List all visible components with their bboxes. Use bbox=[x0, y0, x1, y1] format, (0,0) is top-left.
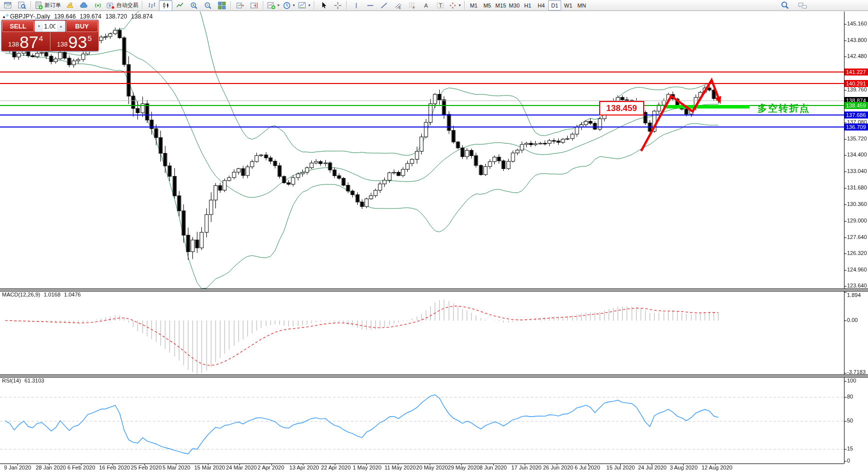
volume-increase-button[interactable]: ▲ bbox=[57, 21, 65, 32]
price-chart-canvas[interactable] bbox=[0, 0, 868, 472]
auto-scroll-button[interactable] bbox=[233, 0, 247, 11]
rsi-axis-label: 50 bbox=[847, 418, 853, 424]
signal-icon bbox=[94, 2, 102, 10]
svg-text:E: E bbox=[399, 6, 401, 10]
date-axis-label: 8 Jun 2020 bbox=[480, 464, 507, 470]
timeframe-button-D1[interactable]: D1 bbox=[548, 0, 561, 10]
date-axis-label: 22 Apr 2020 bbox=[321, 464, 351, 470]
timeframe-button-M5[interactable]: M5 bbox=[481, 0, 494, 10]
new-chart-button[interactable] bbox=[1, 0, 14, 11]
vertical-line-tool-button[interactable] bbox=[349, 0, 363, 11]
date-axis-label: 26 Jun 2020 bbox=[543, 464, 574, 470]
ohlc-open: 139.646 bbox=[54, 13, 75, 20]
pane-separator-rsi[interactable] bbox=[0, 374, 868, 378]
periods-button[interactable]: ▾ bbox=[281, 0, 296, 11]
timeframe-toolbar: M1M5M15M30H1H4D1W1MN bbox=[467, 0, 588, 10]
svg-text:A: A bbox=[424, 2, 428, 8]
data-window-button[interactable] bbox=[15, 0, 28, 11]
timeframe-button-W1[interactable]: W1 bbox=[562, 0, 575, 10]
community-button[interactable] bbox=[77, 0, 90, 11]
search-button[interactable] bbox=[778, 0, 792, 11]
chart-shift-button[interactable] bbox=[247, 0, 261, 11]
price-badge-141227: 141.227 bbox=[845, 68, 868, 76]
price-badge-140291: 140.291 bbox=[845, 80, 868, 87]
date-axis-label: 16 Feb 2020 bbox=[99, 464, 130, 470]
tile-windows-icon bbox=[218, 2, 226, 10]
chart-window-icon bbox=[4, 2, 11, 9]
toolbar-right-group bbox=[778, 0, 809, 11]
horizontal-line-tool-button[interactable] bbox=[363, 0, 377, 11]
arrows-icon bbox=[449, 2, 457, 10]
tile-windows-button[interactable] bbox=[215, 0, 228, 11]
rsi-axis-label: 80 bbox=[847, 394, 853, 400]
ohlc-high: 139.674 bbox=[80, 13, 101, 20]
fibonacci-tool-button[interactable]: F bbox=[405, 0, 419, 11]
zoom-out-icon bbox=[204, 2, 212, 10]
chevron-down-icon: ▾ bbox=[293, 3, 295, 8]
text-tool-button[interactable]: A bbox=[419, 0, 433, 11]
price-badge-137686: 137.686 bbox=[845, 112, 868, 118]
turning-point-text-annotation[interactable]: 多空转折点 bbox=[758, 102, 810, 115]
crosshair-tool-button[interactable] bbox=[331, 0, 344, 11]
rsi-name: RSI(14) bbox=[2, 378, 21, 384]
signals-button[interactable] bbox=[91, 0, 104, 11]
symbol-period-label: GBPJPY-,Daily bbox=[10, 13, 50, 20]
timeframe-button-MN[interactable]: MN bbox=[575, 0, 588, 10]
price-axis-tick-label: 129.000 bbox=[847, 218, 867, 224]
toolbar-separator bbox=[314, 1, 315, 10]
macd-axis-top-label: 1.894 bbox=[847, 292, 861, 298]
toolbar-separator bbox=[263, 1, 264, 10]
sell-price-small: 138 bbox=[8, 40, 19, 48]
zoom-out-button[interactable] bbox=[201, 0, 214, 11]
template-icon bbox=[298, 2, 306, 10]
timeframe-button-M15[interactable]: M15 bbox=[494, 0, 507, 10]
buy-button[interactable]: BUY bbox=[66, 20, 98, 32]
timeframe-button-H1[interactable]: H1 bbox=[521, 0, 534, 10]
timeframe-button-M1[interactable]: M1 bbox=[467, 0, 480, 10]
date-axis-label: 2 Apr 2020 bbox=[258, 464, 284, 470]
pane-separator-macd[interactable] bbox=[0, 288, 868, 292]
text-label-tool-button[interactable]: T bbox=[433, 0, 447, 11]
date-axis-label: 6 Feb 2020 bbox=[67, 464, 95, 470]
volume-decrease-button[interactable]: ▼ bbox=[35, 21, 43, 32]
candlestick-icon bbox=[162, 2, 170, 10]
buy-price-display[interactable]: 138 93 5 bbox=[50, 32, 99, 50]
line-chart-mode-button[interactable] bbox=[173, 0, 186, 11]
horizontal-line-icon bbox=[366, 2, 374, 10]
zoom-in-button[interactable] bbox=[187, 0, 200, 11]
equidistant-channel-tool-button[interactable]: E bbox=[391, 0, 405, 11]
timeframe-button-M30[interactable]: M30 bbox=[508, 0, 521, 10]
sell-price-sup: 4 bbox=[39, 34, 43, 42]
sell-price-display[interactable]: 138 87 4 bbox=[1, 32, 50, 50]
price-axis-tick-label: 142.480 bbox=[847, 53, 867, 59]
sell-button[interactable]: SELL bbox=[2, 20, 34, 32]
trendline-tool-button[interactable] bbox=[377, 0, 391, 11]
timeframe-button-H4[interactable]: H4 bbox=[535, 0, 548, 10]
macd-value-1: 1.0168 bbox=[43, 292, 60, 298]
macd-label-row: MACD(12,26,9) 1.0168 1.0476 bbox=[2, 292, 81, 298]
trade-panel-top-row: SELL ▼ ▲ BUY bbox=[1, 20, 98, 32]
ohlc-close: 138.874 bbox=[131, 13, 152, 20]
arrows-tool-button[interactable]: ▾ bbox=[447, 0, 462, 11]
date-axis-label: 17 Jun 2020 bbox=[511, 464, 542, 470]
bull-bear-zigzag-arrow[interactable] bbox=[625, 65, 730, 160]
candlestick-mode-button[interactable] bbox=[159, 0, 172, 11]
templates-button[interactable]: ▾ bbox=[297, 0, 312, 11]
autotrading-icon bbox=[106, 2, 115, 10]
indicators-button[interactable]: ▾ bbox=[266, 0, 281, 11]
chart-shift-icon bbox=[250, 2, 258, 10]
chevron-down-icon: ▾ bbox=[308, 3, 310, 8]
price-axis-tick-label: 133.040 bbox=[847, 168, 867, 174]
volume-input[interactable] bbox=[43, 21, 57, 32]
price-axis-tick-label: 123.640 bbox=[847, 282, 867, 288]
chat-button[interactable] bbox=[796, 0, 809, 11]
autotrading-button[interactable]: 自动交易 bbox=[105, 0, 140, 11]
bar-chart-mode-button[interactable] bbox=[145, 0, 158, 11]
fibonacci-icon: F bbox=[408, 2, 416, 10]
ohlc-low: 138.720 bbox=[105, 13, 127, 20]
cursor-tool-button[interactable] bbox=[317, 0, 330, 11]
gold-button[interactable] bbox=[63, 0, 76, 11]
toolbar-separator bbox=[464, 1, 465, 10]
svg-text:T: T bbox=[439, 3, 442, 8]
new-order-button[interactable]: 新订单 bbox=[33, 0, 62, 11]
